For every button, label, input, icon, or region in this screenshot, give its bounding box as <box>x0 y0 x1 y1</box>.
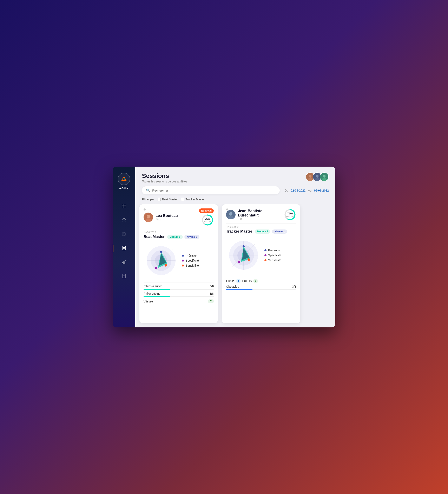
svg-point-7 <box>122 219 123 220</box>
nav-item-stats[interactable] <box>113 256 135 269</box>
stat-bar-bg-palier <box>144 296 214 297</box>
svg-point-66 <box>248 258 250 261</box>
main-content: Sessions Toutes les sessions de vos athl… <box>135 167 335 327</box>
session-card-1: Léa Bouteau Alex Nouveau 76% <box>139 204 218 323</box>
stat-cibles: Cibles à suivre 3/8 <box>144 284 214 290</box>
top-bar: Sessions Toutes les sessions de vos athl… <box>135 167 335 186</box>
nav-item-target[interactable] <box>113 228 135 241</box>
search-box: 🔍 <box>142 186 280 194</box>
svg-point-51 <box>229 212 233 216</box>
legend-label-precision-2: Précision <box>268 249 280 252</box>
svg-point-47 <box>160 251 162 253</box>
radar-area-1: Précision Spécificité Sensibilité <box>144 241 214 280</box>
stat-row-cibles: Cibles à suivre 3/8 <box>144 284 214 288</box>
avatar-3[interactable] <box>320 172 329 181</box>
svg-point-24 <box>309 175 312 178</box>
logo-text: AGON <box>119 187 129 190</box>
legend-dot-sensibilite-2 <box>264 259 266 261</box>
progress-ring-label-2: 76% Accomp. <box>286 212 294 217</box>
checkbox-tracker-master[interactable] <box>181 198 184 201</box>
radar-legend-2: Précision Spécificité Sensibilité <box>264 249 281 262</box>
stat-label-erreurs: Erreurs <box>242 279 252 283</box>
svg-point-33 <box>147 215 150 218</box>
athletes-icon <box>121 217 127 223</box>
stat-label-vitesse: Vitesse <box>144 300 153 303</box>
filter-tracker-master[interactable]: Tracker Master <box>181 198 205 201</box>
tag-niveau-1: Niveau 3 <box>184 235 199 239</box>
stats-area-1: Cibles à suivre 3/8 Palier atteint 3/8 <box>144 282 214 303</box>
svg-point-28 <box>315 178 320 181</box>
athlete-name-1: Léa Bouteau <box>156 214 178 218</box>
svg-point-30 <box>323 175 326 178</box>
svg-rect-18 <box>125 260 126 264</box>
svg-point-27 <box>316 175 319 178</box>
tag-niveau-2: Niveau 1 <box>272 229 287 234</box>
stat-value-obstacles: 3/8 <box>292 285 296 288</box>
session-name-row-2: Tracker Master Module 4 Niveau 1 <box>226 229 296 234</box>
speed-badge-1: 7 <box>208 299 214 303</box>
svg-point-64 <box>243 245 245 247</box>
oublis-value: 4 <box>236 279 241 283</box>
athlete-avatar-2 <box>226 210 236 219</box>
legend-label-specificite-1: Spécificité <box>186 259 199 262</box>
radar-chart-2 <box>226 238 261 273</box>
stat-row-obstacles: Obstacles 3/8 <box>226 285 296 288</box>
tag-module-1: Module 1 <box>167 235 183 239</box>
cards-area: Léa Bouteau Alex Nouveau 76% <box>135 204 335 327</box>
legend-dot-specificite-1 <box>182 259 184 262</box>
legend-precision-1: Précision <box>182 254 199 257</box>
session-card-2: Jean-Baptiste Durechfault J.B 76% <box>222 204 300 323</box>
legend-label-sensibilite-2: Sensibilité <box>268 259 281 262</box>
svg-point-11 <box>124 234 124 235</box>
avatar-group <box>306 172 329 181</box>
svg-rect-14 <box>122 246 126 250</box>
date-to-value[interactable]: 09-06-2022 <box>314 189 329 192</box>
progress-ring-label-1: 76% Accomp. <box>204 218 211 222</box>
stat-bar-fill-cibles <box>144 289 170 290</box>
athlete-code-2: J.B <box>238 218 284 221</box>
legend-specificite-1: Spécificité <box>182 259 199 262</box>
legend-precision-2: Précision <box>264 249 281 252</box>
stat-palier: Palier atteint 3/8 <box>144 292 214 297</box>
athlete-info-1: Léa Bouteau Alex <box>144 212 178 222</box>
athlete-details-1: Léa Bouteau Alex <box>156 214 178 221</box>
svg-point-25 <box>308 178 312 181</box>
checkbox-beat-master[interactable] <box>158 198 161 201</box>
search-icon: 🔍 <box>146 188 150 192</box>
progress-ring-1: 76% Accomp. <box>201 214 214 226</box>
legend-label-precision-1: Précision <box>186 254 198 257</box>
filter-beat-master[interactable]: Beat Master <box>158 198 178 201</box>
athlete-info-2: Jean-Baptiste Durechfault J.B <box>226 209 284 221</box>
svg-rect-3 <box>124 204 126 206</box>
date-from-value[interactable]: 02-06-2022 <box>291 189 306 192</box>
session-info-1: 14/06/2022 Beat Master Module 1 Niveau 3 <box>144 229 214 239</box>
legend-label-specificite-2: Spécificité <box>268 254 281 257</box>
search-input[interactable] <box>152 189 275 192</box>
athlete-avatar-1 <box>144 212 153 222</box>
svg-point-48 <box>155 267 157 269</box>
nav-item-sessions[interactable] <box>113 242 135 255</box>
svg-rect-5 <box>124 206 126 208</box>
stat-bar-bg-obstacles <box>226 289 296 290</box>
nav-item-reports[interactable] <box>113 270 135 283</box>
athlete-name-2: Jean-Baptiste Durechfault <box>238 209 284 218</box>
svg-point-10 <box>123 233 125 235</box>
svg-rect-4 <box>122 206 124 208</box>
dashboard-icon <box>122 203 126 209</box>
radar-legend-1: Précision Spécificité Sensibilité <box>182 254 199 267</box>
nav-item-dashboard[interactable] <box>113 200 135 212</box>
athlete-details-2: Jean-Baptiste Durechfault J.B <box>238 209 284 221</box>
stat-bar-bg-cibles <box>144 289 214 290</box>
dot-indicator-2 <box>226 209 228 210</box>
sessions-icon <box>122 246 126 251</box>
legend-dot-precision-1 <box>182 255 184 257</box>
legend-sensibilite-1: Sensibilité <box>182 264 199 267</box>
stat-label-cibles: Cibles à suivre <box>144 284 162 288</box>
date-range: Du 02-06-2022 Au 09-06-2022 <box>285 189 329 192</box>
stat-tags-2: Oublis 4 Erreurs 6 <box>226 279 258 283</box>
card-header-1: Léa Bouteau Alex Nouveau 76% <box>144 209 214 226</box>
stat-row-palier: Palier atteint 3/8 <box>144 292 214 295</box>
app-window: AGON <box>113 167 335 327</box>
nav-item-athletes[interactable] <box>113 214 135 227</box>
legend-specificite-2: Spécificité <box>264 254 281 257</box>
